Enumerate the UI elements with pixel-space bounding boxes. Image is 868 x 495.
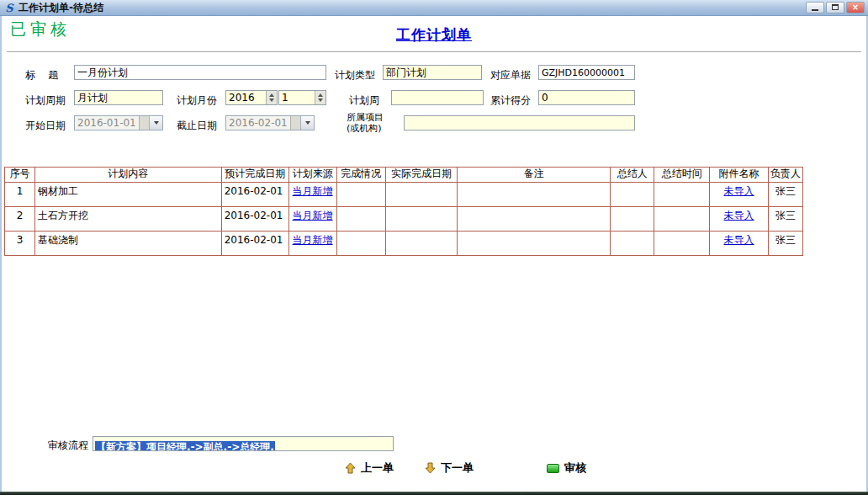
total-score-field: 0 (538, 90, 635, 105)
prev-doc-button[interactable]: 上一单 (345, 460, 394, 476)
attachment-link[interactable]: 未导入 (724, 185, 754, 197)
plan-year-value: 2016 (229, 92, 255, 104)
chevron-down-icon (305, 121, 310, 125)
end-date-dropdown-button[interactable] (300, 116, 314, 130)
source-link[interactable]: 当月新增 (293, 185, 333, 197)
col-header: 总结人 (611, 168, 654, 182)
prev-doc-label: 上一单 (361, 460, 394, 476)
col-header: 预计完成日期 (222, 168, 289, 182)
spinner-up-icon (269, 93, 274, 97)
minimize-button[interactable] (806, 2, 824, 13)
attachment-link[interactable]: 未导入 (724, 210, 754, 221)
cell-summary-time (654, 232, 710, 255)
year-spinner[interactable] (266, 91, 277, 104)
col-header: 备注 (458, 168, 611, 182)
titlebar: S 工作计划单-待总结 × (0, 0, 868, 16)
col-header: 实际完成日期 (386, 168, 458, 182)
calendar-icon (139, 116, 150, 130)
col-header: 计划内容 (35, 168, 222, 182)
cell-owner: 张三 (769, 183, 803, 206)
maximize-icon (832, 4, 839, 10)
col-header: 附件名称 (710, 168, 769, 182)
source-link[interactable]: 当月新增 (293, 210, 333, 221)
up-arrow-icon (345, 462, 356, 474)
cell-content: 土石方开挖 (35, 207, 222, 231)
spinner-up-icon (318, 93, 323, 97)
plan-month-label: 计划月份 (177, 93, 217, 108)
cell-owner: 张三 (769, 207, 803, 231)
cell-summary-time (654, 207, 710, 231)
cell-remark (458, 183, 611, 206)
spinner-down-icon (269, 98, 274, 102)
col-header: 计划来源 (289, 168, 337, 182)
table-row[interactable]: 3 基础浇制 2016-02-01 当月新增 未导入 张三 (5, 232, 803, 256)
cell-source: 当月新增 (289, 232, 337, 255)
table-header-row: 序号 计划内容 预计完成日期 计划来源 完成情况 实际完成日期 备注 总结人 总… (5, 168, 803, 183)
close-button[interactable]: × (846, 2, 865, 13)
cell-summary-time (654, 183, 710, 206)
audit-flow-field[interactable]: 【新方案】项目经理.->副总.->总经理. (93, 436, 394, 451)
attachment-link[interactable]: 未导入 (724, 234, 754, 246)
cell-expected-date: 2016-02-01 (222, 183, 289, 206)
cell-source: 当月新增 (289, 183, 337, 206)
end-date-label: 截止日期 (177, 119, 217, 133)
plan-month-field[interactable]: 1 (278, 90, 326, 105)
plan-type-label: 计划类型 (335, 68, 375, 82)
plan-cycle-field[interactable]: 月计划 (74, 90, 163, 105)
total-score-label: 累计得分 (490, 93, 531, 108)
project-field[interactable] (404, 115, 635, 130)
end-date-value: 2016-02-01 (226, 116, 290, 130)
cell-attachment: 未导入 (710, 232, 769, 255)
table-row[interactable]: 1 钢材加工 2016-02-01 当月新增 未导入 张三 (5, 183, 803, 207)
cell-source: 当月新增 (289, 207, 337, 231)
cell-remark (458, 207, 611, 231)
cell-status (337, 207, 386, 231)
audit-icon (547, 464, 559, 473)
cell-status (337, 183, 386, 206)
doc-no-label: 对应单据 (490, 68, 531, 82)
cell-summarizer (611, 183, 654, 206)
spinner-down-icon (318, 98, 323, 102)
audit-flow-value: 【新方案】项目经理.->副总.->总经理. (95, 441, 275, 451)
cell-summarizer (611, 207, 654, 231)
page-title: 工作计划单 (0, 25, 868, 45)
minimize-icon (812, 9, 818, 11)
col-header: 总结时间 (654, 168, 710, 182)
audit-flow-label: 审核流程 (48, 439, 88, 453)
chevron-down-icon (154, 121, 159, 125)
cell-expected-date: 2016-02-01 (222, 232, 289, 255)
audit-label: 审核 (564, 460, 586, 476)
plan-year-field[interactable]: 2016 (225, 90, 278, 105)
next-doc-button[interactable]: 下一单 (425, 460, 474, 476)
title-label: 标 题 (25, 68, 58, 82)
start-date-field[interactable]: 2016-01-01 (74, 115, 163, 130)
plan-week-field[interactable] (391, 90, 484, 105)
window-bottom-edge (0, 492, 868, 495)
col-header: 序号 (5, 168, 35, 182)
cell-remark (458, 232, 611, 255)
cell-no: 1 (5, 183, 35, 206)
maximize-button[interactable] (826, 2, 844, 13)
window-border-left (0, 16, 2, 495)
cell-content: 基础浇制 (35, 232, 222, 255)
source-link[interactable]: 当月新增 (293, 234, 333, 246)
plan-type-field[interactable]: 部门计划 (383, 65, 482, 80)
audit-button[interactable]: 审核 (547, 460, 586, 476)
cell-attachment: 未导入 (710, 207, 769, 231)
window-title: 工作计划单-待总结 (19, 1, 103, 15)
cell-attachment: 未导入 (710, 183, 769, 206)
month-spinner[interactable] (315, 91, 326, 104)
end-date-field[interactable]: 2016-02-01 (225, 115, 315, 130)
cell-owner: 张三 (769, 232, 803, 255)
cell-actual-date (386, 232, 458, 255)
start-date-value: 2016-01-01 (75, 116, 139, 130)
plan-table: 序号 计划内容 预计完成日期 计划来源 完成情况 实际完成日期 备注 总结人 总… (4, 167, 803, 256)
table-row[interactable]: 2 土石方开挖 2016-02-01 当月新增 未导入 张三 (5, 207, 803, 232)
cell-status (337, 232, 386, 255)
cell-summarizer (611, 232, 654, 255)
col-header: 负责人 (769, 168, 803, 182)
next-doc-label: 下一单 (441, 460, 474, 476)
plan-cycle-label: 计划周期 (25, 93, 66, 108)
start-date-dropdown-button[interactable] (149, 116, 162, 130)
title-field[interactable]: 一月份计划 (74, 65, 326, 80)
